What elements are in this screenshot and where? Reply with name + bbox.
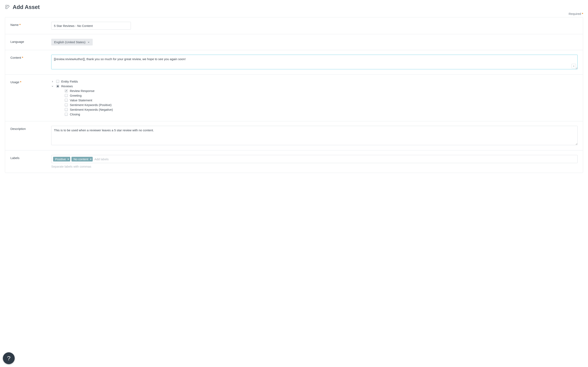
tree-label: Review Response (70, 89, 95, 92)
form-container: Name* Language English (United States) C (5, 17, 583, 173)
checkbox-reviews[interactable] (56, 85, 59, 88)
tree-children-reviews: Review Response Greeting Value Statement (57, 89, 578, 117)
tree-label: Sentiment Keywords (Positive) (70, 103, 112, 107)
language-value: English (United States) (54, 40, 85, 44)
chevron-down-icon[interactable] (51, 85, 54, 87)
row-description: Description (5, 121, 583, 150)
tree-node-greeting: Greeting (57, 93, 578, 98)
checkbox-sentiment-negative[interactable] (65, 108, 68, 111)
tree-node-sentiment-positive: Sentiment Keywords (Positive) (57, 103, 578, 107)
label-chip-text: Positive (55, 157, 66, 161)
remove-label-icon[interactable]: × (68, 158, 69, 161)
checkbox-sentiment-positive[interactable] (65, 103, 68, 106)
edit-icon (5, 4, 10, 10)
labels-input[interactable] (94, 157, 134, 162)
checkbox-review-response[interactable] (65, 89, 68, 92)
name-label: Name* (10, 22, 51, 30)
tree-label: Reviews (61, 84, 73, 88)
tree-node-review-response: Review Response (57, 89, 578, 93)
tree-label: Value Statement (70, 99, 92, 102)
page-header: Add Asset (5, 4, 583, 10)
tree-node-reviews: Reviews (51, 84, 578, 89)
tree-label: Greeting (70, 94, 82, 97)
tree-node-sentiment-negative: Sentiment Keywords (Negative) (57, 107, 578, 112)
description-textarea[interactable] (51, 126, 578, 145)
labels-help-text: Separate labels with commas (51, 165, 578, 168)
tree-label: Entity Fields (61, 80, 78, 83)
label-chip-text: No content (73, 157, 88, 161)
tree-node-entity-fields: Entity Fields (51, 79, 578, 84)
language-select[interactable]: English (United States) (51, 39, 93, 45)
content-textarea[interactable] (51, 55, 578, 69)
tree-label: Sentiment Keywords (Negative) (70, 108, 113, 111)
checkbox-entity-fields[interactable] (56, 80, 59, 83)
chevron-right-icon[interactable] (51, 80, 54, 83)
labels-box[interactable]: Positive × No content × (51, 155, 578, 163)
label-chip: No content × (71, 157, 93, 161)
description-label: Description (10, 126, 51, 146)
checkbox-value-statement[interactable] (65, 99, 68, 102)
required-indicator: Required* (5, 12, 583, 16)
row-language: Language English (United States) (5, 34, 583, 50)
content-label: Content* (10, 55, 51, 70)
row-usage: Usage* Entity Fields (5, 75, 583, 121)
labels-label: Labels (10, 155, 51, 168)
tree-node-value-statement: Value Statement (57, 98, 578, 103)
row-content: Content* + (5, 50, 583, 75)
remove-label-icon[interactable]: × (90, 158, 92, 161)
tree-label: Closing (70, 113, 80, 116)
row-name: Name* (5, 17, 583, 34)
usage-tree: Entity Fields Reviews Review Re (51, 79, 578, 117)
page-title: Add Asset (13, 4, 40, 10)
add-variable-button[interactable]: + (571, 64, 576, 68)
row-labels: Labels Positive × No content × Separate … (5, 150, 583, 173)
usage-label: Usage* (10, 79, 51, 117)
name-input[interactable] (51, 22, 131, 30)
checkbox-closing[interactable] (65, 113, 68, 116)
label-chip: Positive × (53, 157, 70, 161)
language-label: Language (10, 39, 51, 45)
checkbox-greeting[interactable] (65, 94, 68, 97)
tree-node-closing: Closing (57, 112, 578, 117)
chevron-down-icon (87, 40, 90, 44)
